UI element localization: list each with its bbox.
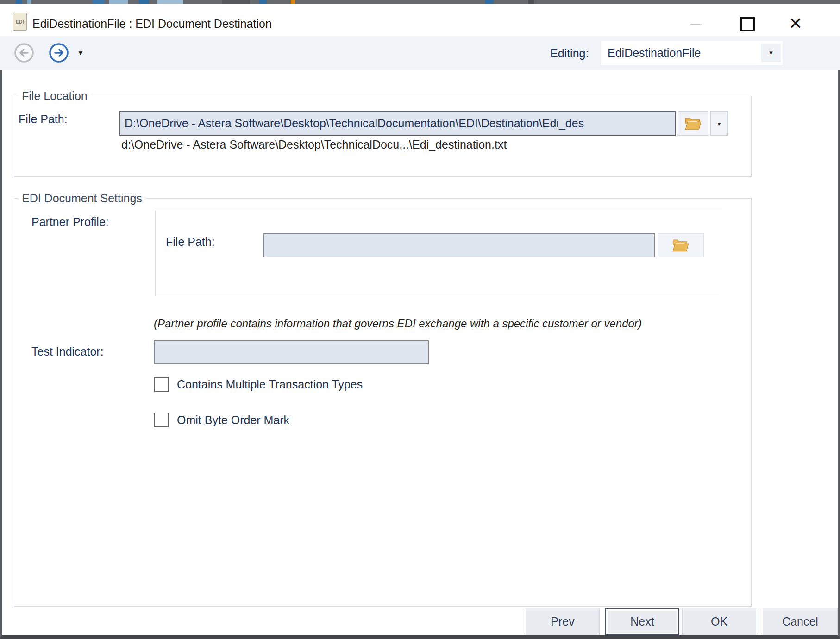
window-title: EdiDestinationFile : EDI Document Destin…	[32, 7, 272, 40]
edi-icon-text: EDI	[16, 19, 24, 25]
file-location-group-label: File Location	[18, 89, 92, 103]
partner-profile-note: (Partner profile contains information th…	[154, 317, 642, 330]
file-path-label: File Path:	[19, 113, 68, 126]
prev-button[interactable]: Prev	[526, 608, 600, 635]
browse-dropdown-caret[interactable]: ▾	[710, 111, 728, 136]
checkbox-label: Omit Byte Order Mark	[177, 413, 289, 427]
test-indicator-input[interactable]	[154, 340, 429, 364]
minimize-icon	[690, 24, 702, 25]
editing-combobox[interactable]: EdiDestinationFile ▾	[601, 41, 783, 65]
navigation-dropdown-caret[interactable]: ▾	[75, 43, 86, 63]
browse-button[interactable]	[678, 111, 708, 136]
forward-arrow-icon	[49, 43, 69, 63]
close-button[interactable]: ✕	[784, 11, 808, 36]
partner-file-path-label: File Path:	[166, 235, 215, 249]
editing-combobox-value: EdiDestinationFile	[601, 46, 761, 60]
cancel-button[interactable]: Cancel	[763, 608, 838, 635]
maximize-icon	[740, 17, 755, 31]
forward-button[interactable]	[49, 43, 69, 63]
next-button[interactable]: Next	[605, 608, 679, 635]
edi-document-icon: EDI	[13, 13, 27, 31]
back-arrow-icon	[14, 43, 34, 63]
file-location-group	[14, 96, 752, 177]
maximize-button[interactable]	[737, 15, 758, 33]
edi-document-settings-group-label: EDI Document Settings	[18, 191, 146, 205]
ok-button[interactable]: OK	[682, 608, 756, 635]
folder-open-icon	[672, 238, 689, 252]
title-bar[interactable]: EDI EdiDestinationFile : EDI Document De…	[0, 4, 840, 36]
partner-profile-label: Partner Profile:	[31, 215, 109, 229]
checkbox-multiple-transaction-types[interactable]	[154, 377, 169, 392]
checkbox-row-multiple-transaction-types[interactable]: Contains Multiple Transaction Types	[154, 377, 363, 392]
checkbox-label: Contains Multiple Transaction Types	[177, 378, 363, 391]
partner-browse-button[interactable]	[658, 233, 704, 257]
test-indicator-label: Test Indicator:	[31, 345, 104, 358]
resolved-file-path-text: d:\OneDrive - Astera Software\Desktop\Te…	[121, 138, 507, 151]
chevron-down-icon[interactable]: ▾	[761, 44, 781, 62]
back-button[interactable]	[14, 43, 34, 63]
checkbox-omit-byte-order-mark[interactable]	[154, 413, 169, 427]
folder-open-icon	[685, 117, 702, 131]
file-path-input[interactable]	[119, 111, 676, 136]
checkbox-row-omit-byte-order-mark[interactable]: Omit Byte Order Mark	[154, 413, 289, 427]
editing-label: Editing:	[550, 36, 589, 70]
background-window-remnant	[0, 0, 840, 4]
partner-file-path-input[interactable]	[263, 233, 655, 257]
minimize-button[interactable]	[685, 15, 706, 33]
